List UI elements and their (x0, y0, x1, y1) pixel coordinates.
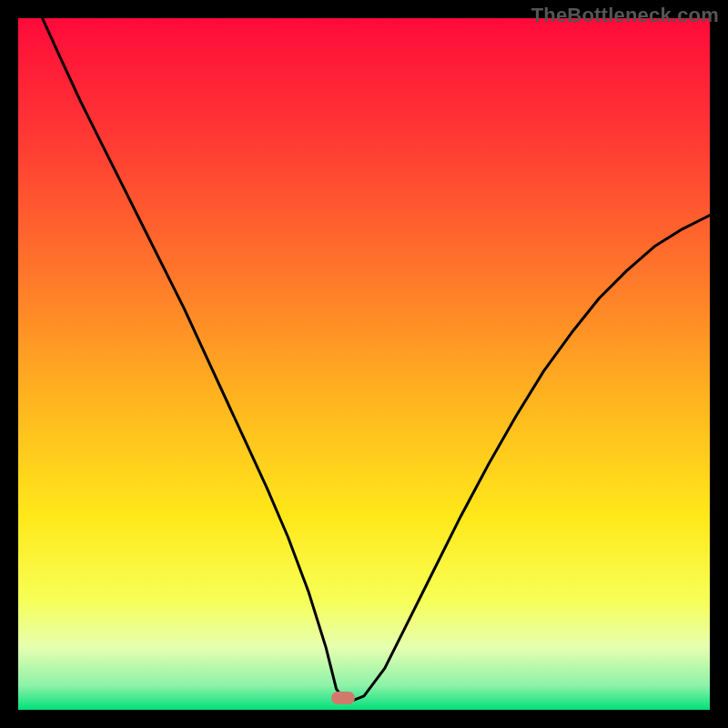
plot-svg (18, 18, 710, 710)
plot-area (18, 18, 710, 710)
optimum-marker (331, 692, 355, 704)
watermark-text: TheBottleneck.com (531, 4, 719, 27)
gradient-background (18, 18, 710, 710)
chart-frame: TheBottleneck.com (0, 0, 728, 728)
